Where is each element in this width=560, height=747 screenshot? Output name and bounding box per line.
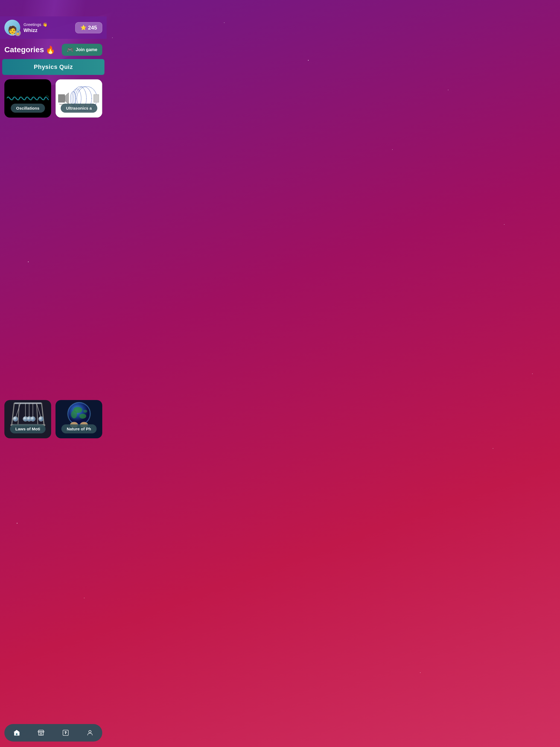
greeting-text: Greetings 👋 — [24, 22, 48, 27]
star-icon: ⭐ — [80, 25, 86, 31]
category-card-ultrasonics[interactable]: Source Object Echo Signal Ultrasonics a — [55, 79, 102, 118]
oscillations-label: Oscillations — [11, 104, 45, 113]
store-icon — [37, 729, 45, 736]
categories-grid: Oscillations — [0, 79, 107, 721]
svg-point-19 — [13, 416, 18, 421]
categories-header: Categories🔥 🎮 Join game — [0, 39, 107, 59]
points-value: 245 — [88, 25, 97, 31]
svg-rect-12 — [14, 403, 42, 404]
svg-marker-1 — [65, 93, 69, 104]
svg-point-33 — [83, 410, 87, 413]
nature-visual — [55, 400, 102, 428]
points-badge: ⭐ 245 — [75, 22, 102, 33]
bottom-navigation: ? — [4, 724, 102, 742]
quiz-icon: ? — [62, 729, 69, 736]
svg-point-27 — [39, 416, 44, 421]
nav-store[interactable] — [34, 727, 48, 738]
home-icon — [13, 729, 20, 736]
svg-point-31 — [71, 410, 77, 418]
svg-point-32 — [79, 414, 86, 419]
nav-profile[interactable] — [83, 727, 97, 738]
nature-label: Nature of Ph — [61, 424, 97, 433]
category-card-oscillations[interactable]: Oscillations — [4, 79, 51, 118]
join-game-button[interactable]: 🎮 Join game — [62, 44, 102, 56]
category-card-laws[interactable]: Laws of Moti — [4, 400, 51, 438]
user-info: 🧑‍⚕️ 🏅 Greetings 👋 Whizz — [4, 20, 48, 35]
svg-point-2 — [71, 92, 76, 105]
nav-home[interactable] — [10, 727, 24, 738]
laws-visual — [4, 400, 51, 428]
profile-icon — [86, 729, 94, 736]
category-card-nature[interactable]: Nature of Ph — [55, 400, 102, 438]
avatar: 🧑‍⚕️ 🏅 — [4, 20, 20, 35]
ultrasonics-label: Ultrasonics a — [60, 104, 97, 113]
laws-label: Laws of Moti — [10, 424, 46, 433]
quiz-banner[interactable]: Physics Quiz — [2, 59, 104, 75]
user-bar: 🧑‍⚕️ 🏅 Greetings 👋 Whizz ⭐ 245 — [0, 17, 107, 39]
join-game-label: Join game — [76, 47, 97, 52]
nav-quiz[interactable]: ? — [59, 727, 73, 738]
username: Whizz — [24, 28, 48, 33]
user-text: Greetings 👋 Whizz — [24, 22, 48, 33]
categories-title: Categories🔥 — [4, 45, 55, 54]
svg-point-25 — [30, 416, 35, 421]
svg-rect-0 — [58, 95, 65, 102]
avatar-badge: 🏅 — [15, 30, 21, 36]
quiz-title: Physics Quiz — [34, 63, 73, 70]
svg-rect-39 — [40, 733, 42, 735]
svg-text:?: ? — [65, 731, 67, 735]
svg-rect-7 — [94, 95, 99, 102]
svg-line-18 — [15, 403, 20, 418]
svg-rect-37 — [16, 733, 18, 736]
svg-line-14 — [42, 403, 44, 425]
svg-point-42 — [89, 730, 91, 733]
svg-line-15 — [18, 403, 19, 425]
svg-rect-38 — [38, 731, 44, 732]
svg-line-13 — [11, 403, 14, 425]
main-page: 🧑‍⚕️ 🏅 Greetings 👋 Whizz ⭐ 245 Categorie… — [0, 0, 107, 747]
join-game-icon: 🎮 — [67, 47, 74, 53]
